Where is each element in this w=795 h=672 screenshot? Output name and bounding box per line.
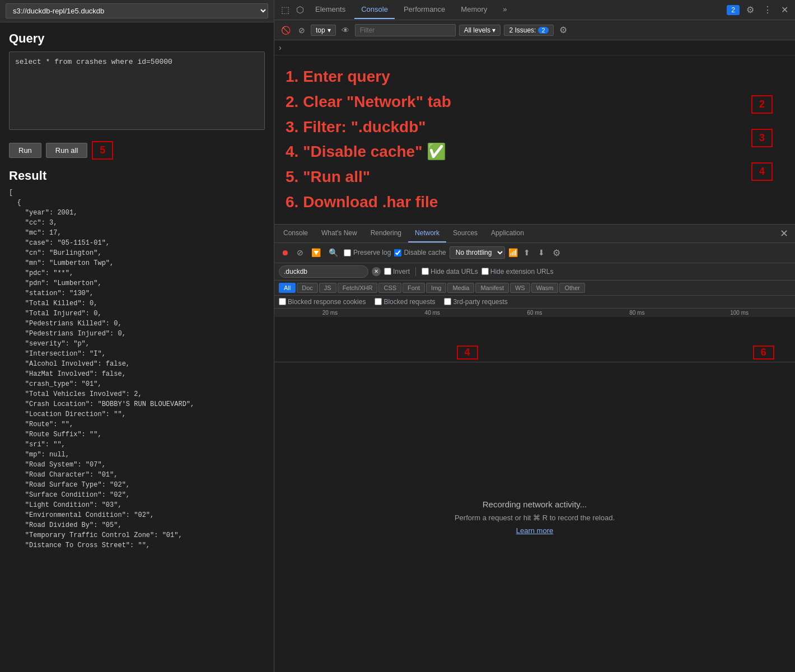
type-btn-other[interactable]: Other — [559, 283, 585, 293]
devtools-inspect-icon[interactable]: ⬡ — [294, 2, 306, 17]
blocked-requests-checkbox[interactable] — [375, 298, 382, 305]
console-filter-input[interactable] — [355, 24, 456, 36]
type-btn-doc[interactable]: Doc — [297, 283, 318, 293]
instructions-list: 1. Enter query 2. Clear "Network" tab 3.… — [286, 64, 451, 215]
tab-console[interactable]: Console — [354, 1, 395, 19]
devtools-dock-icon[interactable]: ⬚ — [279, 2, 292, 17]
network-settings-icon[interactable]: ⚙ — [550, 245, 563, 260]
timeline-label-60ms: 60 ms — [484, 310, 586, 316]
instructions-wrapper: 1. Enter query 2. Clear "Network" tab 3.… — [286, 64, 784, 215]
run-all-button[interactable]: Run all — [46, 143, 87, 158]
tab-elements[interactable]: Elements — [308, 1, 352, 19]
record-button[interactable]: ⏺ — [279, 247, 291, 258]
instruction-3: 3. Filter: ".duckdb" — [286, 115, 451, 140]
disable-cache-text: Disable cache — [404, 249, 446, 256]
database-dropdown[interactable]: s3://duckdb-repl/1e5.duckdb — [6, 3, 268, 18]
chevron-down-icon: ▾ — [328, 26, 331, 34]
issues-badge[interactable]: 2 Issues: 2 — [504, 25, 553, 36]
issues-count-badge: 2 — [727, 5, 740, 15]
throttle-select[interactable]: No throttling — [450, 246, 505, 259]
settings-icon[interactable]: ⚙ — [744, 2, 756, 17]
third-party-label[interactable]: 3rd-party requests — [444, 298, 507, 306]
left-panel: s3://duckdb-repl/1e5.duckdb Query select… — [0, 0, 274, 672]
tab-performance[interactable]: Performance — [397, 1, 452, 19]
console-prompt-row: › — [274, 40, 795, 55]
blocked-requests-label[interactable]: Blocked requests — [375, 298, 435, 306]
console-block-icon[interactable]: 🚫 — [279, 25, 293, 36]
filter-icon[interactable]: 🔽 — [309, 247, 323, 258]
blocked-response-label[interactable]: Blocked response cookies — [279, 298, 366, 306]
download-icon[interactable]: ⬇ — [536, 247, 547, 258]
hide-extension-urls-label[interactable]: Hide extension URLs — [481, 268, 554, 276]
result-content: [ { "year": 2001, "cc": 3, "mc": 17, "ca… — [9, 188, 265, 647]
type-btn-font[interactable]: Font — [403, 283, 425, 293]
tab-more[interactable]: » — [496, 1, 513, 19]
perform-request-text: Perform a request or hit ⌘ R to record t… — [455, 514, 615, 522]
clear-button[interactable]: ⊘ — [294, 247, 306, 258]
type-btn-wasm[interactable]: Wasm — [531, 283, 559, 293]
annotation-badge-5: 5 — [92, 141, 113, 160]
type-btn-js[interactable]: JS — [319, 283, 336, 293]
filter-row: ✕ Invert Hide data URLs Hide extension U… — [274, 263, 795, 281]
network-toolbar: ⏺ ⊘ 🔽 🔍 Preserve log Disable cache No th… — [274, 243, 795, 263]
third-party-checkbox[interactable] — [444, 298, 451, 305]
network-tab-sources[interactable]: Sources — [446, 225, 484, 242]
close-devtools-icon[interactable]: ✕ — [779, 2, 791, 17]
upload-icon[interactable]: ⬆ — [521, 247, 532, 258]
network-tab-console[interactable]: Console — [277, 225, 315, 242]
instruction-5: 5. "Run all" — [286, 165, 451, 190]
blocked-response-checkbox[interactable] — [279, 298, 286, 305]
type-btn-manifest[interactable]: Manifest — [475, 283, 509, 293]
disable-cache-checkbox[interactable] — [394, 249, 401, 256]
type-btn-fetch-xhr[interactable]: Fetch/XHR — [338, 283, 378, 293]
devtools-top-icons: 2 ⚙ ⋮ ✕ — [727, 2, 791, 17]
invert-checkbox[interactable] — [384, 268, 391, 275]
network-tab-rendering[interactable]: Rendering — [364, 225, 408, 242]
blocked-response-text: Blocked response cookies — [288, 298, 366, 306]
instructions-area: 1. Enter query 2. Clear "Network" tab 3.… — [274, 55, 795, 224]
type-btn-img[interactable]: Img — [426, 283, 446, 293]
separator — [415, 267, 416, 276]
run-button[interactable]: Run — [9, 143, 41, 158]
eye-icon[interactable]: 👁 — [339, 25, 352, 36]
timeline-area: 20 ms 40 ms 60 ms 80 ms 100 ms 4 6 — [274, 309, 795, 362]
all-levels-dropdown[interactable]: All levels ▾ — [459, 25, 501, 36]
hide-data-urls-checkbox[interactable] — [422, 268, 429, 275]
query-title: Query — [9, 31, 265, 46]
network-tab-whats-new[interactable]: What's New — [315, 225, 364, 242]
network-tab-network[interactable]: Network — [408, 225, 446, 242]
preserve-log-checkbox[interactable] — [344, 249, 351, 256]
type-btn-css[interactable]: CSS — [378, 283, 401, 293]
annotation-badge-2: 2 — [751, 95, 773, 114]
devtools-topbar: ⬚ ⬡ Elements Console Performance Memory … — [274, 0, 795, 20]
network-tabs-bar: Console What's New Rendering Network Sou… — [274, 225, 795, 243]
console-clear-icon[interactable]: ⊘ — [296, 25, 307, 36]
type-btn-all[interactable]: All — [279, 283, 296, 293]
filter-search-input[interactable] — [279, 265, 368, 278]
blocked-requests-text: Blocked requests — [384, 298, 435, 306]
more-options-icon[interactable]: ⋮ — [761, 2, 774, 17]
disable-cache-label[interactable]: Disable cache — [394, 249, 446, 256]
invert-label[interactable]: Invert — [384, 268, 410, 276]
hide-data-urls-label[interactable]: Hide data URLs — [422, 268, 478, 276]
clear-filter-button[interactable]: ✕ — [372, 267, 381, 276]
type-btn-ws[interactable]: WS — [510, 283, 530, 293]
button-row: Run Run all 5 — [0, 137, 274, 164]
learn-more-link[interactable]: Learn more — [516, 526, 553, 535]
console-settings-icon[interactable]: ⚙ — [557, 22, 569, 38]
top-selector[interactable]: top ▾ — [311, 25, 336, 36]
invert-text: Invert — [393, 268, 410, 276]
hide-extension-urls-checkbox[interactable] — [481, 268, 489, 275]
tab-memory[interactable]: Memory — [454, 1, 494, 19]
search-icon[interactable]: 🔍 — [326, 247, 340, 258]
annotation-badge-6-overlay: 6 — [753, 346, 774, 360]
query-textarea[interactable]: select * from crashes where id=50000 — [9, 52, 265, 130]
result-section: Result [ { "year": 2001, "cc": 3, "mc": … — [0, 164, 274, 672]
result-title: Result — [9, 169, 265, 183]
instruction-2: 2. Clear "Network" tab — [286, 90, 451, 115]
timeline-label-20ms: 20 ms — [279, 310, 381, 316]
network-panel-close-icon[interactable]: ✕ — [775, 225, 793, 242]
preserve-log-label[interactable]: Preserve log — [344, 249, 391, 256]
network-tab-application[interactable]: Application — [484, 225, 531, 242]
type-btn-media[interactable]: Media — [447, 283, 474, 293]
